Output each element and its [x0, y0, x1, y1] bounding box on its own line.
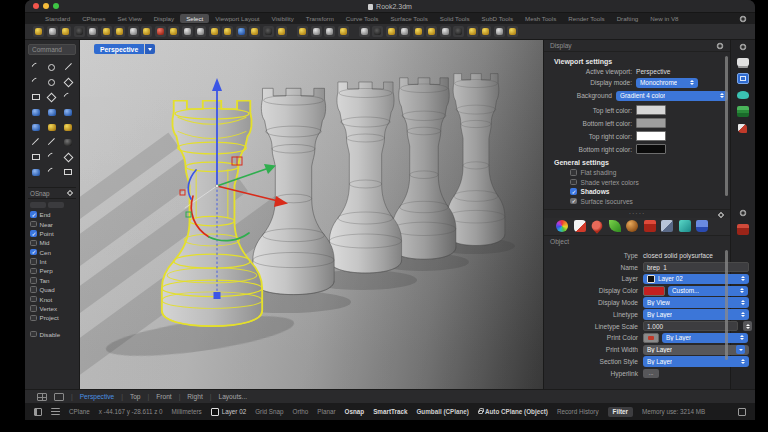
toolbar-icon[interactable]	[60, 26, 71, 37]
toolbar-icon[interactable]	[399, 26, 410, 37]
record-history-toggle[interactable]: Record History	[557, 408, 599, 415]
planar-toggle[interactable]: Planar	[317, 408, 335, 415]
surface-tool-icon[interactable]	[28, 105, 43, 119]
sweep-tool-icon[interactable]	[61, 105, 76, 119]
linetype-scale-input[interactable]	[643, 321, 738, 332]
red-box-icon[interactable]	[644, 220, 656, 232]
toolbar-icon[interactable]	[324, 26, 335, 37]
toolbar-icon[interactable]	[155, 26, 166, 37]
list-icon[interactable]	[51, 408, 60, 415]
monitor-icon[interactable]	[737, 58, 749, 66]
toolbar-icon[interactable]	[195, 26, 206, 37]
smarttrack-toggle[interactable]: SmartTrack	[373, 408, 407, 415]
rectangle-tool-icon[interactable]	[28, 90, 43, 104]
viewport-grid-icon[interactable]	[37, 393, 47, 401]
tab-curve-tools[interactable]: Curve Tools	[340, 14, 385, 23]
tab-visibility[interactable]: Visibility	[266, 14, 300, 23]
join-tool-icon[interactable]	[44, 150, 59, 164]
toolbar-icon[interactable]	[236, 26, 247, 37]
gumball-origin[interactable]	[215, 184, 218, 187]
material-sphere-icon[interactable]	[626, 220, 638, 232]
toolbar-icon[interactable]	[74, 26, 85, 37]
toolbar-icon[interactable]	[263, 26, 274, 37]
units-button[interactable]: Millimeters	[172, 408, 202, 415]
osnap-near[interactable]: Near	[28, 219, 76, 228]
osnap-toggle[interactable]: Osnap	[345, 408, 365, 415]
print-color-swatch[interactable]	[643, 333, 659, 343]
tab-cplanes[interactable]: CPlanes	[76, 14, 111, 23]
toolbar-icon[interactable]	[386, 26, 397, 37]
osnap-int[interactable]: Int	[28, 257, 76, 266]
print-width-select[interactable]: By Layer	[643, 345, 749, 356]
split-tool-icon[interactable]	[28, 150, 43, 164]
background-select[interactable]: Gradient 4 color	[616, 91, 728, 102]
osnap-perp[interactable]: Perp	[28, 266, 76, 275]
osnap-tan[interactable]: Tan	[28, 276, 76, 285]
boolean-union-icon[interactable]	[44, 120, 59, 134]
pen-icon[interactable]	[738, 124, 747, 133]
tab-perspective[interactable]: Perspective	[80, 393, 114, 400]
toolbar-icon[interactable]	[222, 26, 233, 37]
osnap-end[interactable]: End	[28, 210, 76, 219]
display-color-swatch[interactable]	[643, 286, 665, 296]
osnap-cen[interactable]: Cen	[28, 248, 76, 257]
tab-select[interactable]: Select	[180, 14, 209, 23]
toolbar-icon[interactable]	[453, 26, 464, 37]
ortho-toggle[interactable]: Ortho	[293, 408, 309, 415]
offset-tool-icon[interactable]	[61, 90, 76, 104]
toolbar-icon[interactable]	[249, 26, 260, 37]
extrude-tool-icon[interactable]	[28, 120, 43, 134]
shadows-checkbox[interactable]: Shadows	[570, 188, 722, 195]
ellipse-tool-icon[interactable]	[44, 75, 59, 89]
filter-toggle[interactable]: Filter	[608, 407, 633, 417]
rotate-tool-icon[interactable]	[44, 165, 59, 179]
toolbar-icon[interactable]	[413, 26, 424, 37]
red-panel-icon[interactable]	[737, 224, 749, 235]
toolbar-icon[interactable]	[338, 26, 349, 37]
explode-tool-icon[interactable]	[61, 150, 76, 164]
toolbar-icon[interactable]	[494, 26, 505, 37]
osnap-project[interactable]: Project	[28, 313, 76, 322]
toolbar-icon[interactable]	[507, 26, 518, 37]
shade-vertex-colors-checkbox[interactable]: Shade vertex colors	[570, 179, 722, 186]
scene-canvas[interactable]	[80, 40, 543, 388]
panel-toggle-icon[interactable]	[34, 408, 42, 416]
tab-transform[interactable]: Transform	[300, 14, 340, 23]
toolbar-icon[interactable]	[372, 26, 383, 37]
hyperlink-button[interactable]: ...	[643, 369, 659, 378]
toolbar-icon[interactable]	[141, 26, 152, 37]
display-scrollbar[interactable]	[725, 56, 728, 196]
cube-icon[interactable]	[679, 220, 691, 232]
object-scrollbar[interactable]	[725, 250, 728, 360]
sidebar-toggle-icon[interactable]	[738, 408, 746, 416]
boolean-difference-icon[interactable]	[61, 120, 76, 134]
osnap-disable[interactable]: Disable	[28, 330, 76, 339]
paint-bucket-icon[interactable]	[696, 220, 708, 232]
layer-select[interactable]: Layer 02	[643, 274, 749, 285]
scale-tool-icon[interactable]	[61, 165, 76, 179]
chevron-down-icon[interactable]	[145, 44, 155, 54]
gear-icon[interactable]	[739, 15, 747, 23]
point-tool-icon[interactable]	[61, 75, 76, 89]
auto-cplane-toggle[interactable]: Auto CPlane (Object)	[478, 408, 548, 415]
command-input[interactable]	[28, 44, 76, 55]
cloud-icon[interactable]	[737, 91, 749, 99]
top-left-color-swatch[interactable]	[636, 105, 666, 115]
toolbar-icon[interactable]	[168, 26, 179, 37]
curve-tool-icon[interactable]	[28, 60, 43, 74]
trim-tool-icon[interactable]	[61, 135, 76, 149]
tab-display[interactable]: Display	[148, 14, 180, 23]
polygon-tool-icon[interactable]	[44, 90, 59, 104]
gumball-toggle[interactable]: Gumball (CPlane)	[416, 408, 468, 415]
toolbar-icon[interactable]	[209, 26, 220, 37]
rook-1-selected[interactable]	[162, 101, 262, 326]
gear-icon[interactable]	[716, 42, 724, 50]
stepper-control[interactable]	[743, 321, 752, 332]
tab-surface-tools[interactable]: Surface Tools	[384, 14, 433, 23]
rook-2[interactable]	[253, 88, 334, 294]
display-mode-select[interactable]: Monochrome	[636, 78, 698, 89]
bottom-right-color-swatch[interactable]	[636, 144, 666, 154]
circle-tool-icon[interactable]	[44, 60, 59, 74]
tab-render-tools[interactable]: Render Tools	[562, 14, 610, 23]
toolbar-icon[interactable]	[426, 26, 437, 37]
